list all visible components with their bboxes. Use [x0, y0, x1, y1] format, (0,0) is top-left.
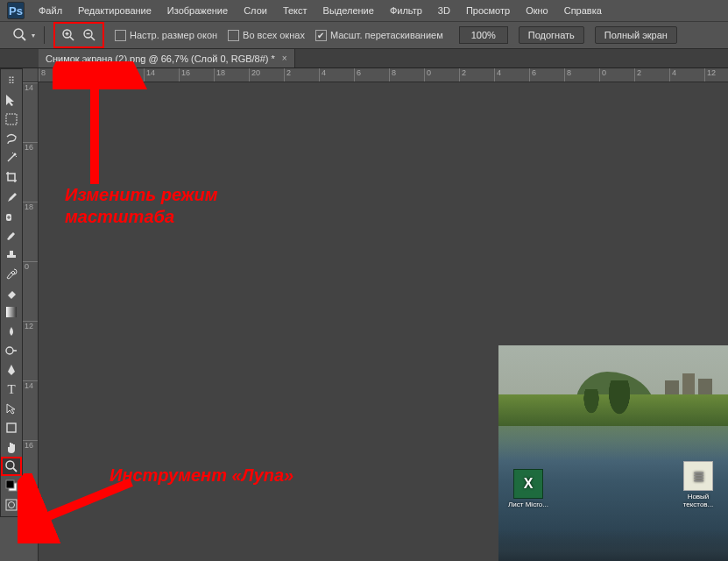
- all-windows-checkbox[interactable]: Во всех окнах: [228, 30, 305, 41]
- menu-edit[interactable]: Редактирование: [71, 3, 159, 18]
- zoom-out-button[interactable]: [80, 25, 99, 45]
- menu-image[interactable]: Изображение: [160, 3, 235, 18]
- crop-tool-icon[interactable]: [1, 167, 22, 187]
- marquee-tool-icon[interactable]: [1, 110, 22, 129]
- menu-filter[interactable]: Фильтр: [383, 3, 429, 18]
- ruler-tick: 14: [144, 68, 179, 82]
- close-icon[interactable]: ×: [282, 53, 287, 63]
- ruler-tick: 8: [39, 68, 74, 82]
- document-image: X Лист Micro... ≣ Новый текстов...: [498, 345, 728, 561]
- vertical-ruler[interactable]: 14 16 18 0 12 14 16: [23, 82, 39, 561]
- canvas[interactable]: X Лист Micro... ≣ Новый текстов...: [39, 82, 728, 561]
- ruler-tick: 12: [704, 68, 728, 82]
- document-tab[interactable]: Снимок экрана (2).png @ 66,7% (Слой 0, R…: [39, 49, 295, 67]
- move-tool-icon[interactable]: [1, 90, 22, 110]
- ruler-tick: 16: [23, 440, 38, 500]
- tool-indicator-group: ▾: [11, 25, 35, 45]
- healing-brush-tool-icon[interactable]: [1, 206, 22, 225]
- options-bar: ▾ Настр. размер окон Во всех окнах ✔ Мас…: [0, 21, 728, 49]
- app-logo: Ps: [7, 2, 25, 19]
- scrubby-zoom-label: Масшт. перетаскиванием: [330, 30, 443, 40]
- eraser-tool-icon[interactable]: [1, 283, 22, 302]
- menu-view[interactable]: Просмотр: [459, 3, 517, 18]
- all-windows-label: Во всех окнах: [243, 30, 305, 40]
- fit-screen-button[interactable]: Подогнать: [519, 26, 584, 44]
- shape-tool-icon[interactable]: [1, 418, 22, 437]
- checkbox-icon: [228, 30, 239, 41]
- ruler-tick: 6: [529, 68, 564, 82]
- zoom-tool-preset-icon[interactable]: [11, 25, 30, 45]
- svg-line-1: [22, 37, 25, 40]
- color-swatch-icon[interactable]: [1, 476, 22, 495]
- ruler-tick: 12: [23, 321, 38, 380]
- magic-wand-tool-icon[interactable]: [1, 148, 22, 167]
- menu-file[interactable]: Файл: [32, 3, 69, 18]
- svg-point-11: [14, 153, 17, 156]
- desktop-icon-label: Лист Micro...: [505, 501, 551, 508]
- pen-tool-icon[interactable]: [1, 360, 22, 380]
- desktop-textdoc-icon: ≣ Новый текстов...: [675, 461, 721, 508]
- checkbox-checked-icon: ✔: [315, 30, 327, 41]
- ruler-corner: [23, 68, 39, 82]
- resize-windows-label: Настр. размер окон: [130, 30, 217, 40]
- ruler-tick: 18: [214, 68, 249, 82]
- scrubby-zoom-checkbox[interactable]: ✔ Масшт. перетаскиванием: [315, 30, 443, 41]
- full-screen-button[interactable]: Полный экран: [595, 26, 677, 44]
- ruler-tick: 18: [23, 202, 38, 261]
- svg-point-28: [9, 502, 15, 508]
- ruler-tick: 0: [23, 261, 38, 321]
- toolbox: ⠿ T: [0, 68, 23, 517]
- ruler-tick: 8: [389, 68, 424, 82]
- zoom-percent-input[interactable]: [459, 26, 508, 44]
- document-tab-label: Снимок экрана (2).png @ 66,7% (Слой 0, R…: [46, 53, 275, 64]
- svg-rect-18: [10, 251, 13, 255]
- dropdown-arrow-icon[interactable]: ▾: [32, 32, 35, 39]
- path-selection-tool-icon[interactable]: [1, 399, 22, 418]
- dodge-tool-icon[interactable]: [1, 341, 22, 360]
- svg-rect-17: [7, 255, 16, 258]
- ruler-tick: 2: [459, 68, 494, 82]
- hand-tool-icon[interactable]: [1, 437, 22, 457]
- svg-rect-26: [6, 480, 14, 488]
- ruler-tick: 14: [23, 82, 38, 142]
- menu-help[interactable]: Справка: [557, 3, 609, 18]
- desktop-icon-label: Новый текстов...: [675, 493, 721, 508]
- lasso-tool-icon[interactable]: [1, 129, 22, 148]
- menu-3d[interactable]: 3D: [431, 3, 457, 18]
- svg-line-3: [70, 37, 74, 40]
- quick-mask-icon[interactable]: [1, 495, 22, 515]
- ruler-tick: 2: [634, 68, 669, 82]
- ruler-tick: 12: [109, 68, 144, 82]
- svg-point-23: [6, 461, 14, 469]
- document-tab-bar: Снимок экрана (2).png @ 66,7% (Слой 0, R…: [0, 49, 728, 68]
- history-brush-tool-icon[interactable]: [1, 264, 22, 283]
- ruler-tick: 0: [424, 68, 459, 82]
- workspace: 8 10 12 14 16 18 20 2 4 6 8 0 2 4 6 8 0 …: [23, 68, 728, 561]
- eyedropper-tool-icon[interactable]: [1, 187, 22, 206]
- resize-windows-checkbox[interactable]: Настр. размер окон: [115, 30, 217, 41]
- checkbox-icon: [115, 30, 126, 41]
- svg-line-24: [13, 468, 17, 472]
- svg-line-7: [91, 37, 95, 40]
- ruler-tick: 4: [494, 68, 529, 82]
- zoom-in-button[interactable]: [59, 25, 78, 45]
- svg-line-12: [12, 153, 13, 153]
- brush-tool-icon[interactable]: [1, 225, 22, 245]
- svg-rect-22: [7, 423, 16, 432]
- clone-stamp-tool-icon[interactable]: [1, 245, 22, 264]
- zoom-mode-buttons: [53, 22, 104, 48]
- type-tool-icon[interactable]: T: [1, 380, 22, 399]
- zoom-tool-icon[interactable]: [1, 457, 22, 476]
- menu-layers[interactable]: Слои: [237, 3, 274, 18]
- menu-bar: Ps Файл Редактирование Изображение Слои …: [0, 0, 728, 21]
- tab-handle-icon[interactable]: ⠿: [1, 71, 22, 90]
- ruler-tick: 16: [23, 142, 38, 202]
- blur-tool-icon[interactable]: [1, 322, 22, 341]
- menu-select[interactable]: Выделение: [316, 3, 381, 18]
- svg-line-13: [16, 156, 17, 157]
- menu-window[interactable]: Окно: [519, 3, 555, 18]
- separator: [44, 26, 45, 44]
- horizontal-ruler[interactable]: 8 10 12 14 16 18 20 2 4 6 8 0 2 4 6 8 0 …: [39, 68, 728, 82]
- menu-text[interactable]: Текст: [276, 3, 315, 18]
- gradient-tool-icon[interactable]: [1, 302, 22, 322]
